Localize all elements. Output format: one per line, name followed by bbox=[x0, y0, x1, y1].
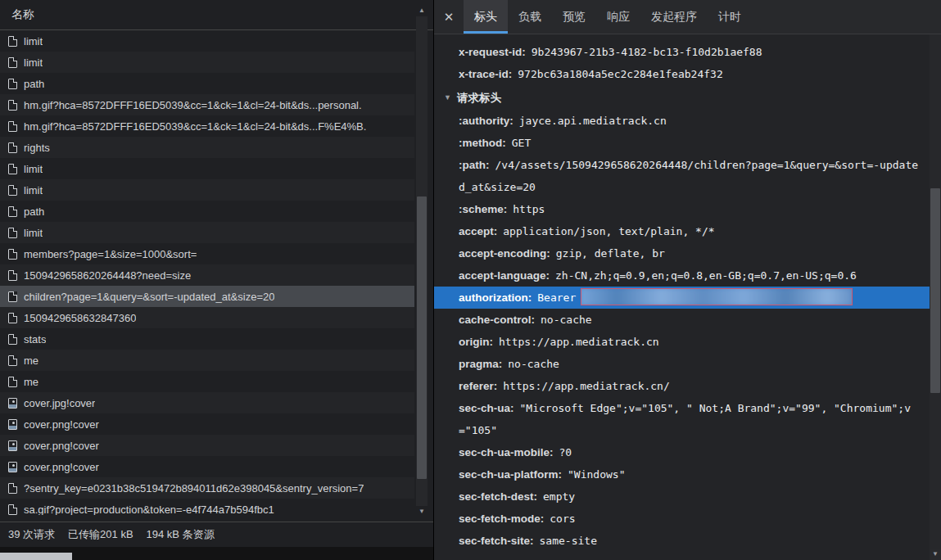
request-name: limit bbox=[24, 163, 43, 175]
document-file-icon bbox=[8, 334, 17, 345]
right-scrollbar-track[interactable] bbox=[930, 34, 941, 549]
request-row[interactable]: sa.gif?project=production&token=-e4f744a… bbox=[0, 499, 414, 515]
document-file-icon bbox=[8, 36, 17, 47]
request-row[interactable]: limit bbox=[0, 179, 414, 201]
header-name: sec-fetch-site: bbox=[459, 535, 534, 547]
request-row[interactable]: me bbox=[0, 350, 414, 371]
request-name: 1509429658632847360 bbox=[24, 312, 136, 324]
request-row[interactable]: 1509429658620264448?need=size bbox=[0, 264, 414, 286]
request-row[interactable]: limit bbox=[0, 222, 414, 243]
request-row[interactable]: members?page=1&size=1000&sort= bbox=[0, 243, 414, 264]
scroll-down-icon[interactable]: ▼ bbox=[930, 549, 941, 560]
request-row[interactable]: limit bbox=[0, 30, 414, 52]
image-file-icon bbox=[8, 419, 17, 430]
header-value: gzip, deflate, br bbox=[556, 247, 665, 260]
scroll-down-icon[interactable]: ▼ bbox=[416, 506, 428, 517]
network-status-bar: 39 次请求 已传输201 kB 194 kB 条资源 bbox=[0, 522, 433, 547]
close-panel-button[interactable]: ✕ bbox=[434, 0, 464, 34]
name-column-header[interactable]: 名称 bbox=[0, 0, 433, 30]
header-name: :scheme: bbox=[459, 203, 507, 215]
request-name: cover.jpg!cover bbox=[24, 397, 95, 409]
header-name: sec-fetch-mode: bbox=[459, 513, 544, 525]
header-value: jayce.api.mediatrack.cn bbox=[519, 115, 667, 127]
request-row[interactable]: cover.png!cover bbox=[0, 435, 414, 456]
header-name: x-request-id: bbox=[459, 46, 526, 58]
header-row: sec-fetch-site:same-site bbox=[459, 530, 920, 552]
request-name: 1509429658620264448?need=size bbox=[24, 269, 191, 282]
request-name: me bbox=[24, 355, 38, 367]
request-row[interactable]: rights bbox=[0, 137, 414, 158]
document-file-icon bbox=[8, 100, 17, 111]
request-row[interactable]: path bbox=[0, 201, 414, 222]
header-row-authorization-selected[interactable]: authorization:Bearer bbox=[434, 287, 930, 309]
request-row[interactable]: limit bbox=[0, 52, 414, 73]
right-scrollbar-thumb[interactable] bbox=[930, 188, 940, 393]
request-headers-section-header[interactable]: ▼请求标头 bbox=[444, 85, 920, 110]
image-file-icon bbox=[8, 462, 17, 472]
header-row: accept-language:zh-CN,zh;q=0.9,en;q=0.8,… bbox=[459, 264, 920, 287]
request-name: hm.gif?hca=8572DFFF16ED5039&cc=1&ck=1&cl… bbox=[24, 120, 366, 133]
collapse-arrow-icon[interactable]: ▼ bbox=[444, 87, 451, 109]
status-transferred: 已传输201 kB bbox=[68, 527, 133, 542]
header-name: :path: bbox=[459, 159, 490, 171]
header-name: x-trace-id: bbox=[459, 68, 512, 80]
left-scrollbar-thumb[interactable] bbox=[417, 196, 427, 479]
tab-headers[interactable]: 标头 bbox=[464, 0, 508, 34]
document-file-icon bbox=[8, 142, 17, 153]
request-name: path bbox=[24, 78, 44, 90]
header-row: sec-ch-ua-platform:"Windows" bbox=[459, 463, 920, 485]
right-scrollbar[interactable]: ▼ bbox=[930, 34, 941, 560]
request-row[interactable]: cover.png!cover bbox=[0, 456, 414, 477]
request-name: rights bbox=[24, 142, 50, 154]
left-scrollbar-track[interactable] bbox=[416, 16, 428, 506]
header-value: "Windows" bbox=[568, 468, 625, 481]
request-name: limit bbox=[24, 184, 43, 196]
request-row[interactable]: 1509429658632847360 bbox=[0, 307, 414, 328]
request-name: cover.png!cover bbox=[24, 440, 99, 452]
request-row[interactable]: stats bbox=[0, 328, 414, 350]
request-row[interactable]: hm.gif?hca=8572DFFF16ED5039&cc=1&ck=1&cl… bbox=[0, 94, 414, 115]
document-file-icon bbox=[8, 185, 17, 196]
request-name: members?page=1&size=1000&sort= bbox=[24, 248, 197, 260]
request-row[interactable]: children?page=1&query=&sort=-updated_at&… bbox=[0, 286, 414, 307]
tab-response[interactable]: 响应 bbox=[596, 0, 640, 34]
request-row[interactable]: ?sentry_key=e0231b38c519472b894011d62e39… bbox=[0, 477, 414, 499]
left-scrollbar[interactable]: ▲ ▼ bbox=[416, 5, 428, 517]
header-name: pragma: bbox=[459, 358, 502, 370]
document-file-icon bbox=[8, 249, 17, 260]
document-file-icon bbox=[8, 504, 17, 515]
document-file-icon bbox=[8, 355, 17, 366]
request-list: limitlimitpathhm.gif?hca=8572DFFF16ED503… bbox=[0, 30, 414, 515]
redacted-token-box bbox=[581, 288, 853, 305]
request-row[interactable]: me bbox=[0, 371, 414, 392]
header-value: 9b243967-21b3-4182-bc13-f10d2b1aef88 bbox=[532, 46, 762, 58]
scroll-up-icon[interactable]: ▲ bbox=[416, 5, 428, 16]
section-title: 请求标头 bbox=[457, 87, 501, 109]
request-name: cover.png!cover bbox=[24, 418, 99, 431]
request-name: children?page=1&query=&sort=-updated_at&… bbox=[24, 291, 274, 303]
header-name: sec-fetch-dest: bbox=[459, 490, 537, 503]
tab-preview[interactable]: 预览 bbox=[552, 0, 596, 34]
header-value: ?0 bbox=[559, 446, 572, 458]
document-file-icon bbox=[8, 164, 17, 174]
tab-payload[interactable]: 负载 bbox=[508, 0, 552, 34]
header-name: :authority: bbox=[459, 115, 513, 127]
header-row: :authority:jayce.api.mediatrack.cn bbox=[459, 110, 920, 132]
header-name: accept: bbox=[459, 225, 497, 237]
request-row[interactable]: cover.png!cover bbox=[0, 413, 414, 435]
request-row[interactable]: limit bbox=[0, 158, 414, 179]
header-name: accept-encoding: bbox=[459, 247, 550, 260]
request-row[interactable]: path bbox=[0, 73, 414, 94]
document-file-icon bbox=[8, 79, 17, 89]
header-value: no-cache bbox=[541, 314, 592, 326]
request-row[interactable]: hm.gif?hca=8572DFFF16ED5039&cc=1&ck=1&cl… bbox=[0, 115, 414, 137]
tab-initiator[interactable]: 发起程序 bbox=[640, 0, 708, 34]
header-name: authorization: bbox=[459, 291, 532, 304]
header-value: GET bbox=[512, 137, 531, 149]
document-file-icon bbox=[8, 206, 17, 217]
document-file-icon bbox=[8, 313, 17, 323]
image-file-icon bbox=[8, 398, 17, 409]
request-row[interactable]: cover.jpg!cover bbox=[0, 392, 414, 413]
tab-timing[interactable]: 计时 bbox=[708, 0, 752, 34]
header-value: /v4/assets/1509429658620264448/children?… bbox=[459, 159, 918, 193]
